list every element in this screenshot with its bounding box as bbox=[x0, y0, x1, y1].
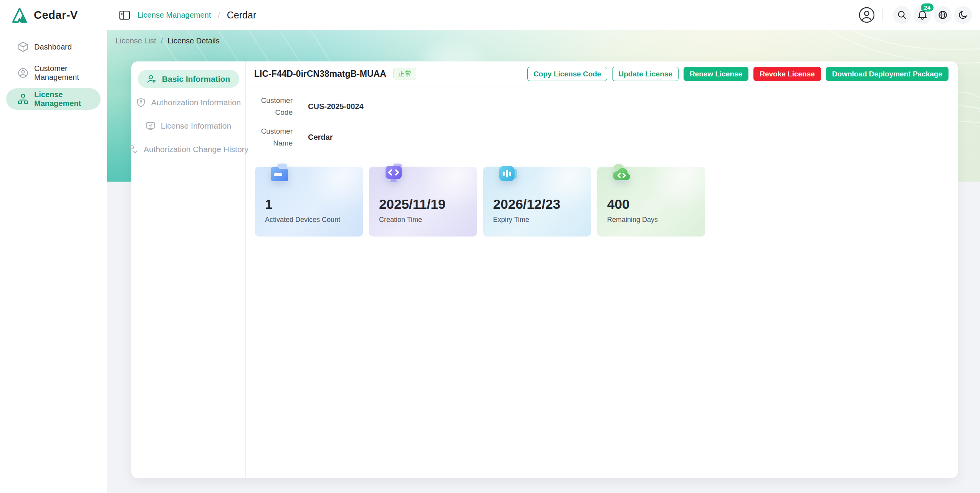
stat-activated-devices: 1 Activated Devices Count bbox=[255, 167, 363, 237]
user-avatar-icon[interactable] bbox=[858, 6, 876, 24]
cedar-logo-icon bbox=[11, 7, 28, 24]
stat-cards: 1 Activated Devices Count 2025/11/19 Cre… bbox=[255, 167, 705, 237]
stat-label: Expiry Time bbox=[493, 216, 529, 224]
stat-remaining-days: 400 Remaining Days bbox=[597, 167, 705, 237]
brand[interactable]: Cedar-V bbox=[0, 0, 107, 30]
globe-icon bbox=[938, 10, 948, 20]
field-value: Cerdar bbox=[308, 133, 333, 142]
cloud-code-icon bbox=[611, 163, 632, 184]
topbar-breadcrumb-current: Cerdar bbox=[227, 10, 256, 21]
sidebar-item-dashboard[interactable]: Dashboard bbox=[6, 36, 101, 58]
license-details-card: Basic Information Authorization Informat… bbox=[131, 61, 958, 478]
field-label: Customer Code bbox=[255, 94, 293, 118]
user-check-icon bbox=[128, 144, 138, 154]
breadcrumb-parent[interactable]: License List bbox=[116, 36, 156, 45]
stat-creation-time: 2025/11/19 Creation Time bbox=[369, 167, 477, 237]
notification-count-badge: 24 bbox=[921, 3, 934, 12]
tab-basic-information[interactable]: Basic Information bbox=[138, 70, 239, 88]
detail-tabs: Basic Information Authorization Informat… bbox=[131, 61, 246, 478]
folder-minus-icon bbox=[269, 163, 290, 184]
user-circle-icon bbox=[18, 68, 28, 78]
notifications-button[interactable]: 24 bbox=[914, 6, 931, 24]
topbar-breadcrumb-link[interactable]: License Management bbox=[137, 11, 211, 20]
shield-key-icon bbox=[136, 98, 146, 108]
field-value: CUS-2025-0024 bbox=[308, 102, 364, 111]
sidebar-item-label: Customer Management bbox=[34, 64, 101, 82]
status-badge: 正常 bbox=[393, 68, 416, 79]
license-header: LIC-F44D-0irCN38matgB-MUAA 正常 Copy Licen… bbox=[246, 61, 958, 86]
renew-license-button[interactable]: Renew License bbox=[684, 67, 748, 81]
copy-license-code-button[interactable]: Copy License Code bbox=[527, 67, 607, 81]
field-label: Customer Name bbox=[255, 125, 293, 149]
tab-label: Authorization Information bbox=[151, 98, 241, 107]
stat-label: Remaining Days bbox=[607, 216, 658, 224]
monitor-code-icon bbox=[383, 163, 404, 184]
breadcrumb: License List / License Details bbox=[116, 36, 220, 45]
sidebar-item-license-management[interactable]: License Management bbox=[6, 88, 101, 110]
tab-label: Authorization Change History bbox=[144, 145, 248, 154]
tab-label: Basic Information bbox=[162, 74, 230, 84]
field-customer-name: Customer Name Cerdar bbox=[255, 125, 958, 149]
topbar-breadcrumb: License Management / Cerdar bbox=[119, 9, 256, 21]
topbar-divider bbox=[882, 8, 883, 22]
tab-panel-basic-information: LIC-F44D-0irCN38matgB-MUAA 正常 Copy Licen… bbox=[246, 61, 958, 478]
stat-label: Activated Devices Count bbox=[265, 216, 340, 224]
field-customer-code: Customer Code CUS-2025-0024 bbox=[255, 94, 958, 118]
sidebar-nav: Dashboard Customer Management License Ma… bbox=[0, 36, 107, 110]
dark-mode-button[interactable] bbox=[954, 6, 972, 24]
update-license-button[interactable]: Update License bbox=[612, 67, 678, 81]
tab-authorization-change-history[interactable]: Authorization Change History bbox=[138, 140, 239, 158]
panel-toggle-icon[interactable] bbox=[119, 9, 131, 21]
breadcrumb-current: License Details bbox=[167, 36, 220, 45]
topbar-breadcrumb-separator: / bbox=[218, 11, 220, 20]
sidebar: Cedar-V Dashboard Customer Management Li… bbox=[0, 0, 107, 493]
tab-authorization-information[interactable]: Authorization Information bbox=[138, 93, 239, 111]
user-detail-icon bbox=[147, 74, 157, 84]
customer-fields: Customer Code CUS-2025-0024 Customer Nam… bbox=[246, 86, 958, 149]
sidebar-item-customer-management[interactable]: Customer Management bbox=[6, 62, 101, 84]
topbar: License Management / Cerdar 24 bbox=[107, 0, 980, 30]
stat-value: 1 bbox=[265, 197, 272, 212]
stat-label: Creation Time bbox=[379, 216, 422, 224]
brand-name: Cedar-V bbox=[34, 9, 78, 22]
stat-value: 2025/11/19 bbox=[379, 197, 445, 212]
language-button[interactable] bbox=[934, 6, 952, 24]
revoke-license-button[interactable]: Revoke License bbox=[753, 67, 821, 81]
search-button[interactable] bbox=[893, 6, 911, 24]
download-deployment-package-button[interactable]: Download Deployment Package bbox=[826, 67, 949, 81]
sidebar-item-label: License Management bbox=[34, 90, 101, 108]
stat-value: 400 bbox=[607, 197, 629, 212]
sitemap-icon bbox=[18, 94, 28, 104]
license-actions: Copy License Code Update License Renew L… bbox=[527, 67, 949, 81]
sidebar-item-label: Dashboard bbox=[34, 43, 72, 51]
license-code: LIC-F44D-0irCN38matgB-MUAA bbox=[254, 69, 386, 79]
search-icon bbox=[897, 10, 907, 20]
stat-expiry-time: 2026/12/23 Expiry Time bbox=[483, 167, 591, 237]
box-icon bbox=[18, 41, 28, 52]
moon-icon bbox=[958, 10, 968, 20]
tab-license-information[interactable]: License Information bbox=[138, 117, 239, 135]
audio-bars-icon bbox=[497, 163, 518, 184]
tab-label: License Information bbox=[161, 121, 231, 131]
stat-value: 2026/12/23 bbox=[493, 197, 560, 212]
monitor-check-icon bbox=[146, 121, 156, 131]
topbar-actions: 24 bbox=[858, 6, 972, 24]
breadcrumb-separator: / bbox=[161, 36, 163, 45]
